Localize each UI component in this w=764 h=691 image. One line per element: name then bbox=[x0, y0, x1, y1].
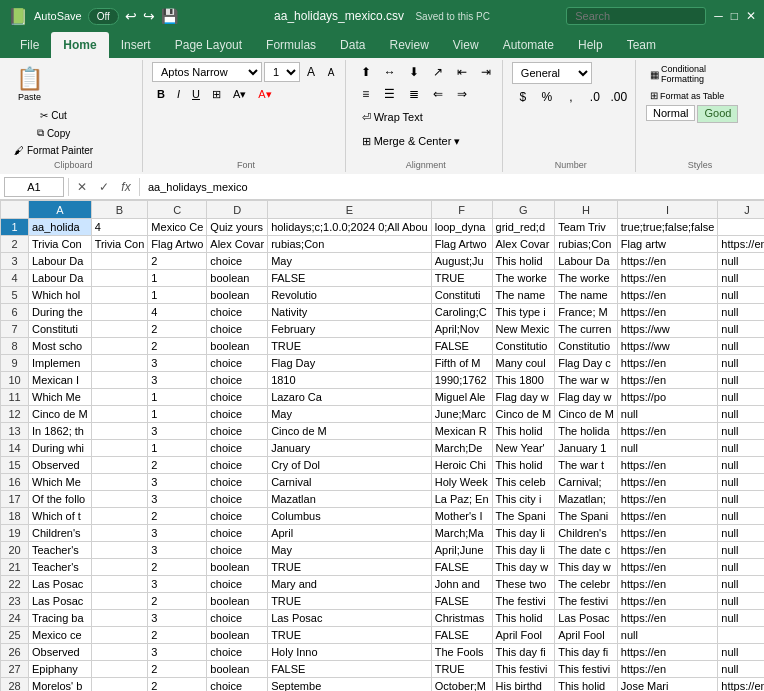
col-header-i[interactable]: I bbox=[617, 201, 718, 219]
align-bottom-button[interactable]: ⬇ bbox=[403, 62, 425, 82]
cell[interactable]: 1 bbox=[148, 440, 207, 457]
cell[interactable]: Trivia Con bbox=[29, 236, 92, 253]
merge-center-button[interactable]: ⊞ Merge & Center ▾ bbox=[355, 130, 468, 152]
cell[interactable] bbox=[91, 423, 148, 440]
decrease-decimal-button[interactable]: .00 bbox=[608, 87, 630, 107]
cell[interactable]: 2 bbox=[148, 678, 207, 692]
cell[interactable]: April Fool bbox=[492, 627, 555, 644]
cell[interactable]: March;Ma bbox=[431, 525, 492, 542]
cell[interactable]: Mary and bbox=[268, 576, 432, 593]
cell[interactable]: April;June bbox=[431, 542, 492, 559]
row-number[interactable]: 3 bbox=[1, 253, 29, 270]
spreadsheet-grid-wrapper[interactable]: A B C D E F G H I J K L M N O P Q 1aa_ho… bbox=[0, 200, 764, 691]
cell[interactable]: Tracing ba bbox=[29, 610, 92, 627]
cell[interactable]: null bbox=[718, 457, 764, 474]
cell[interactable]: null bbox=[718, 355, 764, 372]
cell[interactable]: Constituti bbox=[431, 287, 492, 304]
cell[interactable]: This holid bbox=[492, 253, 555, 270]
cell[interactable]: 3 bbox=[148, 355, 207, 372]
cell[interactable]: Cinco de M bbox=[268, 423, 432, 440]
cell[interactable]: FALSE bbox=[431, 627, 492, 644]
cell[interactable]: Flag Artwo bbox=[148, 236, 207, 253]
cell[interactable]: Las Posac bbox=[555, 610, 618, 627]
cell[interactable] bbox=[91, 542, 148, 559]
row-number[interactable]: 25 bbox=[1, 627, 29, 644]
close-icon[interactable]: ✕ bbox=[746, 9, 756, 23]
cell[interactable]: Observed bbox=[29, 644, 92, 661]
cell[interactable]: https://en bbox=[617, 457, 718, 474]
cell[interactable]: The holida bbox=[555, 423, 618, 440]
cell[interactable]: Holy Inno bbox=[268, 644, 432, 661]
cell[interactable]: New Mexic bbox=[492, 321, 555, 338]
cell[interactable]: Cry of Dol bbox=[268, 457, 432, 474]
cell[interactable]: Children's bbox=[29, 525, 92, 542]
cell[interactable] bbox=[718, 219, 764, 236]
align-left-button[interactable]: ≡ bbox=[355, 84, 377, 104]
fill-color-button[interactable]: A▾ bbox=[228, 84, 251, 104]
col-header-h[interactable]: H bbox=[555, 201, 618, 219]
cell[interactable]: null bbox=[718, 576, 764, 593]
cell[interactable]: Holy Week bbox=[431, 474, 492, 491]
cell[interactable]: 3 bbox=[148, 644, 207, 661]
cell[interactable]: The name bbox=[492, 287, 555, 304]
cell[interactable]: Implemen bbox=[29, 355, 92, 372]
cell[interactable]: 1810 bbox=[268, 372, 432, 389]
minimize-icon[interactable]: ─ bbox=[714, 9, 723, 23]
cell[interactable]: 3 bbox=[148, 576, 207, 593]
cell[interactable]: Labour Da bbox=[29, 253, 92, 270]
cell[interactable]: FALSE bbox=[268, 270, 432, 287]
format-as-table-button[interactable]: ⊞ Format as Table bbox=[646, 88, 728, 103]
cell[interactable]: boolean bbox=[207, 661, 268, 678]
cell[interactable]: Columbus bbox=[268, 508, 432, 525]
cell[interactable]: TRUE bbox=[431, 270, 492, 287]
cell[interactable]: null bbox=[718, 508, 764, 525]
row-number[interactable]: 1 bbox=[1, 219, 29, 236]
cell[interactable]: 2 bbox=[148, 508, 207, 525]
cell[interactable]: August;Ju bbox=[431, 253, 492, 270]
cell[interactable]: null bbox=[718, 287, 764, 304]
row-number[interactable]: 7 bbox=[1, 321, 29, 338]
cell[interactable]: 2 bbox=[148, 559, 207, 576]
cell[interactable] bbox=[91, 491, 148, 508]
cell[interactable]: Which Me bbox=[29, 389, 92, 406]
cell[interactable]: boolean bbox=[207, 270, 268, 287]
cell[interactable]: TRUE bbox=[268, 593, 432, 610]
align-right-button[interactable]: ≣ bbox=[403, 84, 425, 104]
cell[interactable] bbox=[91, 593, 148, 610]
style-normal[interactable]: Normal bbox=[646, 105, 695, 121]
undo-icon[interactable]: ↩ bbox=[125, 8, 137, 24]
cell[interactable] bbox=[91, 389, 148, 406]
cell[interactable]: Mazatlan bbox=[268, 491, 432, 508]
cell[interactable] bbox=[91, 576, 148, 593]
cell[interactable]: 2 bbox=[148, 253, 207, 270]
cell[interactable]: choice bbox=[207, 253, 268, 270]
row-number[interactable]: 16 bbox=[1, 474, 29, 491]
format-painter-button[interactable]: 🖌 Format Painter bbox=[10, 143, 97, 158]
paste-button[interactable]: 📋 Paste bbox=[10, 62, 49, 106]
cell[interactable] bbox=[91, 304, 148, 321]
cell[interactable]: null bbox=[718, 661, 764, 678]
cell[interactable]: Constitutio bbox=[555, 338, 618, 355]
cell[interactable]: Which Me bbox=[29, 474, 92, 491]
cell[interactable]: 4 bbox=[148, 304, 207, 321]
cell[interactable]: Mother's I bbox=[431, 508, 492, 525]
cell[interactable]: This day fi bbox=[555, 644, 618, 661]
cell[interactable]: April;Nov bbox=[431, 321, 492, 338]
cell[interactable]: null bbox=[718, 559, 764, 576]
row-number[interactable]: 15 bbox=[1, 457, 29, 474]
row-number[interactable]: 21 bbox=[1, 559, 29, 576]
row-number[interactable]: 17 bbox=[1, 491, 29, 508]
cell[interactable]: https://en bbox=[617, 253, 718, 270]
cell[interactable]: null bbox=[718, 423, 764, 440]
rtl-button[interactable]: ⇐ bbox=[427, 84, 449, 104]
cell[interactable]: Flag Day bbox=[268, 355, 432, 372]
cell[interactable]: This holid bbox=[492, 423, 555, 440]
cell[interactable]: https://en bbox=[617, 304, 718, 321]
number-format-dropdown[interactable]: General bbox=[512, 62, 592, 84]
cell[interactable]: John and bbox=[431, 576, 492, 593]
cell[interactable]: boolean bbox=[207, 627, 268, 644]
tab-page-layout[interactable]: Page Layout bbox=[163, 32, 254, 58]
cell[interactable]: 2 bbox=[148, 338, 207, 355]
cell[interactable]: The curren bbox=[555, 321, 618, 338]
cell[interactable]: Mexico ce bbox=[29, 627, 92, 644]
